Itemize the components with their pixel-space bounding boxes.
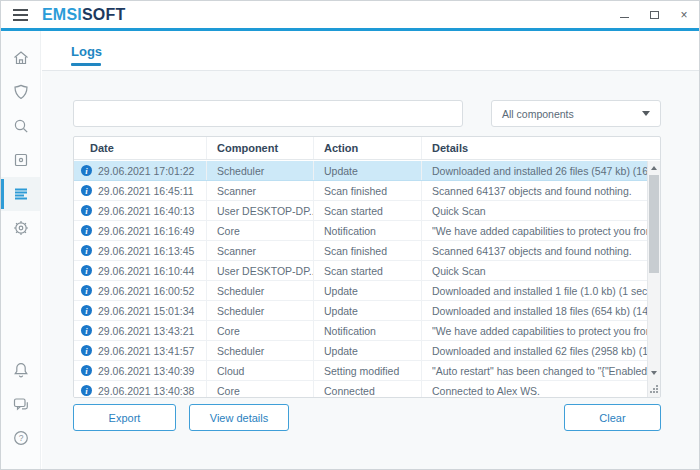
date-text: 29.06.2021 16:40:13 (98, 205, 194, 217)
svg-text:?: ? (18, 433, 23, 443)
cell-action: Update (314, 161, 422, 180)
cell-action: Scan finished (314, 241, 422, 260)
cell-action: Update (314, 301, 422, 320)
view-details-button[interactable]: View details (189, 404, 289, 431)
date-text: 29.06.2021 16:13:45 (98, 245, 194, 257)
table-row[interactable]: i29.06.2021 16:45:11ScannerScan finished… (74, 181, 647, 201)
cell-details: "Auto restart" has been changed to "{"En… (422, 361, 647, 380)
maximize-icon (650, 11, 659, 19)
sidebar-item-quarantine[interactable] (1, 143, 40, 177)
sidebar-item-settings[interactable] (1, 211, 40, 245)
cell-details: Downloaded and installed 18 files (654 k… (422, 301, 647, 320)
grip-dots-icon (650, 385, 659, 394)
export-button[interactable]: Export (73, 404, 176, 431)
sidebar-item-help[interactable]: ? (1, 421, 40, 455)
table-row[interactable]: i29.06.2021 16:40:13User DESKTOP-DP...Sc… (74, 201, 647, 221)
column-header-date[interactable]: Date (74, 137, 207, 159)
cell-details: Quick Scan (422, 201, 647, 220)
cell-date: i29.06.2021 15:01:34 (74, 301, 207, 320)
date-text: 29.06.2021 16:16:49 (98, 225, 194, 237)
info-icon: i (81, 385, 92, 396)
cell-date: i29.06.2021 13:40:39 (74, 361, 207, 380)
sidebar-item-messages[interactable] (1, 387, 40, 421)
maximize-button[interactable] (639, 1, 669, 28)
sidebar-item-logs[interactable] (1, 177, 40, 211)
cell-details: "We have added capabilities to protect y… (422, 321, 647, 340)
hamburger-icon (13, 9, 28, 11)
info-icon: i (81, 205, 92, 216)
tab-active-indicator (71, 63, 101, 66)
minimize-button[interactable] (609, 1, 639, 28)
cell-details: Downloaded and installed 26 files (547 k… (422, 161, 647, 180)
menu-button[interactable] (13, 9, 29, 21)
sidebar-item-home[interactable] (1, 41, 40, 75)
column-header-component[interactable]: Component (207, 137, 314, 159)
table-row[interactable]: i29.06.2021 16:10:44User DESKTOP-DP...Sc… (74, 261, 647, 281)
cell-action: Setting modified (314, 361, 422, 380)
table-header: Date Component Action Details (74, 137, 660, 160)
logs-icon (11, 184, 31, 204)
component-filter-dropdown[interactable]: All components (491, 100, 661, 127)
cell-details: Scanned 64137 objects and found nothing. (422, 241, 647, 260)
column-header-details[interactable]: Details (422, 137, 660, 159)
cell-action: Scan started (314, 201, 422, 220)
cell-component: Scheduler (207, 281, 314, 300)
cell-date: i29.06.2021 16:16:49 (74, 221, 207, 240)
table-row[interactable]: i29.06.2021 16:00:52SchedulerUpdateDownl… (74, 281, 647, 301)
cell-action: Scan finished (314, 181, 422, 200)
sidebar-item-scan[interactable] (1, 109, 40, 143)
cell-action: Scan started (314, 261, 422, 280)
app-window: EMSISOFT × (0, 0, 700, 470)
table-row[interactable]: i29.06.2021 16:13:45ScannerScan finished… (74, 241, 647, 261)
table-row[interactable]: i29.06.2021 16:16:49CoreNotification"We … (74, 221, 647, 241)
table-row[interactable]: i29.06.2021 13:40:38CoreConnectedConnect… (74, 381, 647, 398)
cell-component: Scanner (207, 241, 314, 260)
column-header-action[interactable]: Action (314, 137, 422, 159)
cell-date: i29.06.2021 13:40:38 (74, 381, 207, 398)
cell-action: Update (314, 341, 422, 360)
cell-date: i29.06.2021 16:13:45 (74, 241, 207, 260)
clear-button[interactable]: Clear (564, 404, 661, 431)
cell-date: i29.06.2021 13:41:57 (74, 341, 207, 360)
date-text: 29.06.2021 16:10:44 (98, 265, 194, 277)
vertical-scrollbar[interactable] (647, 161, 660, 397)
table-row[interactable]: i29.06.2021 13:43:21CoreNotification"We … (74, 321, 647, 341)
search-input[interactable] (73, 100, 463, 127)
resize-grip[interactable] (648, 383, 660, 396)
tab-logs-label: Logs (71, 44, 102, 59)
triangle-up-icon (651, 166, 657, 170)
chevron-down-icon (642, 111, 650, 116)
cell-details: Scanned 64137 objects and found nothing. (422, 181, 647, 200)
date-text: 29.06.2021 13:41:57 (98, 345, 194, 357)
table-row[interactable]: i29.06.2021 17:01:22SchedulerUpdateDownl… (74, 161, 647, 181)
app-logo: EMSISOFT (42, 7, 125, 23)
logo-text-blue: EMSI (42, 6, 82, 23)
scrollbar-thumb[interactable] (649, 175, 659, 273)
logs-content: All components Date Component Action Det… (42, 71, 699, 469)
triangle-down-icon (651, 371, 657, 375)
table-body: i29.06.2021 17:01:22SchedulerUpdateDownl… (74, 161, 647, 397)
scroll-up-button[interactable] (648, 161, 660, 175)
scroll-down-button[interactable] (648, 366, 660, 380)
sidebar-item-protection[interactable] (1, 75, 40, 109)
info-icon: i (81, 325, 92, 336)
main-area: Logs All components Date Component Actio… (42, 31, 699, 469)
cell-date: i29.06.2021 16:45:11 (74, 181, 207, 200)
info-icon: i (81, 225, 92, 236)
cell-component: Core (207, 321, 314, 340)
date-text: 29.06.2021 13:40:38 (98, 385, 194, 397)
table-row[interactable]: i29.06.2021 13:41:57SchedulerUpdateDownl… (74, 341, 647, 361)
cell-component: User DESKTOP-DP... (207, 261, 314, 280)
table-row[interactable]: i29.06.2021 15:01:34SchedulerUpdateDownl… (74, 301, 647, 321)
info-icon: i (81, 285, 92, 296)
date-text: 29.06.2021 16:00:52 (98, 285, 194, 297)
close-button[interactable]: × (669, 1, 699, 28)
sidebar-item-notifications[interactable] (1, 353, 40, 387)
gear-icon (11, 218, 31, 238)
component-filter-value: All components (502, 108, 574, 120)
tab-logs[interactable]: Logs (71, 31, 102, 71)
cell-details: Downloaded and installed 1 file (1.0 kb)… (422, 281, 647, 300)
shield-icon (11, 82, 31, 102)
table-row[interactable]: i29.06.2021 13:40:39CloudSetting modifie… (74, 361, 647, 381)
cell-date: i29.06.2021 16:10:44 (74, 261, 207, 280)
